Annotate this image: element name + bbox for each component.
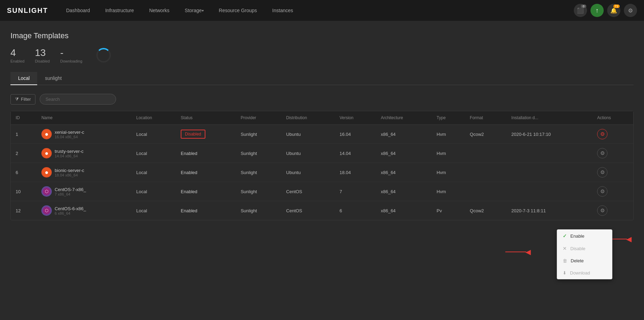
- trash-icon: 🗑: [563, 258, 567, 263]
- stat-disabled-num: 13: [35, 47, 50, 58]
- stat-downloading-label: Downloading: [60, 59, 82, 63]
- cell-format: [465, 163, 507, 182]
- cell-architecture: x86_64: [376, 182, 432, 201]
- cell-install-date: 2020-6-21 10:17:10: [506, 125, 592, 144]
- cell-actions: ⚙: [592, 144, 633, 163]
- cell-id: 6: [11, 163, 36, 182]
- upload-icon-btn[interactable]: ↑: [590, 4, 604, 17]
- actions-button-row5[interactable]: ⚙: [597, 205, 608, 216]
- stat-enabled-num: 4: [10, 47, 24, 58]
- loading-spinner: [96, 48, 111, 63]
- actions-button-row3[interactable]: ⚙: [597, 167, 608, 178]
- col-type: Type: [432, 111, 465, 125]
- filter-button[interactable]: ⧩ Filter: [10, 94, 35, 105]
- name-sub: 18.04 x86_64: [55, 173, 84, 177]
- settings-icon-btn[interactable]: ⚙: [624, 4, 637, 17]
- stat-downloading-num: -: [60, 47, 82, 58]
- search-input[interactable]: [40, 94, 116, 105]
- name-main: bionic-server-c: [55, 168, 84, 173]
- monitor-badge: 0: [581, 5, 586, 8]
- cell-id: 1: [11, 125, 36, 144]
- nav-networks[interactable]: Networks: [141, 0, 177, 21]
- cell-actions: ⚙: [592, 201, 633, 220]
- tab-local[interactable]: Local: [10, 72, 37, 85]
- cell-format: [465, 182, 507, 201]
- cell-distribution: Ubuntu: [281, 144, 335, 163]
- tabs-bar: Local sunlight: [10, 72, 634, 85]
- col-version: Version: [335, 111, 376, 125]
- status-badge: Enabled: [181, 189, 197, 194]
- cell-provider: Sunlight: [236, 163, 281, 182]
- image-templates-table: ID Name Location Status Provider Distrib…: [10, 111, 634, 220]
- name-main: xenial-server-c: [55, 130, 84, 135]
- col-id: ID: [11, 111, 36, 125]
- dropdown-download[interactable]: ⬇ Download: [557, 267, 612, 279]
- delete-label: Delete: [571, 258, 584, 263]
- cell-type: Hvm: [432, 125, 465, 144]
- actions-button-row2[interactable]: ⚙: [597, 148, 608, 158]
- centos-icon: ⬡: [41, 205, 52, 216]
- cell-location: Local: [131, 163, 176, 182]
- name-sub: 7 x86_64: [55, 192, 86, 196]
- dropdown-enable[interactable]: ✓ Enable: [557, 230, 612, 242]
- cell-name: ● bionic-server-c 18.04 x86_64: [36, 163, 131, 182]
- nav-instances[interactable]: Instances: [264, 0, 301, 21]
- filter-icon: ⧩: [15, 97, 19, 102]
- col-name: Name: [36, 111, 131, 125]
- cell-location: Local: [131, 144, 176, 163]
- actions-button-row4[interactable]: ⚙: [597, 186, 608, 197]
- col-actions: Actions: [592, 111, 633, 125]
- nav-resource-groups[interactable]: Resource Groups: [211, 0, 265, 21]
- arrow-head-1: ◀: [626, 235, 631, 243]
- cell-type: Hvm: [432, 182, 465, 201]
- ubuntu-icon: ●: [41, 129, 52, 139]
- cell-id: 12: [11, 201, 36, 220]
- red-arrow-2: ◀: [505, 248, 531, 256]
- cell-location: Local: [131, 201, 176, 220]
- cell-install-date: [506, 163, 592, 182]
- bell-icon-btn[interactable]: 🔔 71: [607, 4, 620, 17]
- nav-infrastructure[interactable]: Infrastructure: [98, 0, 141, 21]
- cell-format: [465, 144, 507, 163]
- page-title: Image Templates: [10, 31, 634, 40]
- download-label: Download: [570, 270, 590, 276]
- name-main: trusty-server-c: [55, 149, 83, 154]
- status-badge: Enabled: [181, 151, 197, 156]
- stat-downloading: - Downloading: [60, 47, 82, 63]
- dropdown-disable[interactable]: ✕ Disable: [557, 242, 612, 255]
- settings-icon: ⚙: [628, 7, 633, 14]
- stat-disabled: 13 Disabled: [35, 47, 50, 63]
- cell-actions: ⚙: [592, 125, 633, 144]
- table-header-row: ID Name Location Status Provider Distrib…: [11, 111, 633, 125]
- cell-id: 10: [11, 182, 36, 201]
- dropdown-delete[interactable]: 🗑 Delete: [557, 255, 612, 267]
- stat-disabled-label: Disabled: [35, 59, 50, 63]
- app-logo[interactable]: SUNLIGHT: [7, 7, 48, 15]
- actions-button-row1[interactable]: ⚙: [597, 129, 608, 139]
- arrow-line-2: [505, 252, 526, 252]
- cell-actions: ⚙: [592, 182, 633, 201]
- tab-sunlight[interactable]: sunlight: [37, 72, 69, 85]
- cell-name: ⬡ CentOS-7-x86_ 7 x86_64: [36, 182, 131, 201]
- upload-icon: ↑: [596, 7, 599, 14]
- bell-icon: 🔔: [610, 7, 617, 14]
- cell-name: ● xenial-server-c 16.04 x86_64: [36, 125, 131, 144]
- cell-format: Qcow2: [465, 125, 507, 144]
- cell-status: Enabled: [176, 201, 236, 220]
- nav-dashboard[interactable]: Dashboard: [58, 0, 98, 21]
- cross-icon: ✕: [563, 246, 567, 251]
- cell-provider: Sunlight: [236, 201, 281, 220]
- navbar: SUNLIGHT Dashboard Infrastructure Networ…: [0, 0, 644, 21]
- ubuntu-icon: ●: [41, 148, 52, 158]
- cell-architecture: x86_64: [376, 201, 432, 220]
- monitor-icon-btn[interactable]: ⬛ 0: [574, 4, 587, 17]
- col-location: Location: [131, 111, 176, 125]
- col-format: Format: [465, 111, 507, 125]
- nav-storage[interactable]: Storage: [177, 0, 211, 21]
- cell-install-date: [506, 144, 592, 163]
- cell-format: Qcow2: [465, 201, 507, 220]
- cell-distribution: Ubuntu: [281, 125, 335, 144]
- cell-version: 14.04: [335, 144, 376, 163]
- cell-architecture: x86_64: [376, 125, 432, 144]
- monitor-icon: ⬛: [577, 7, 584, 14]
